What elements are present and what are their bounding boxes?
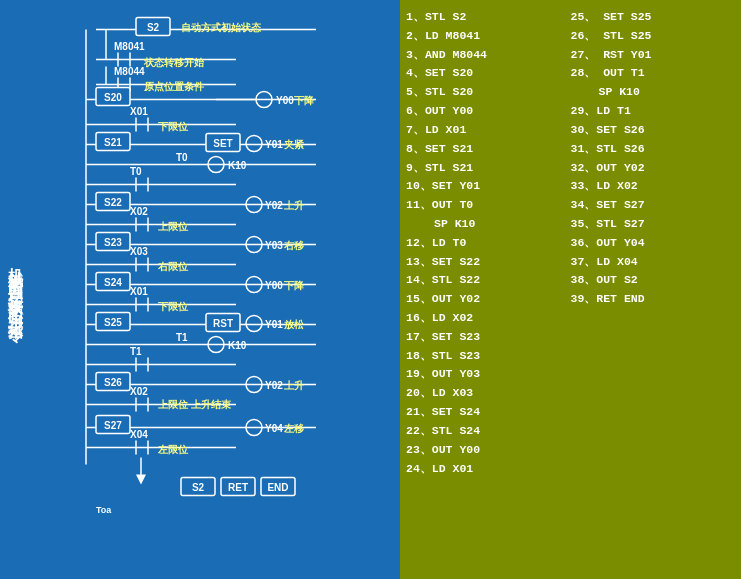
svg-text:S2: S2: [192, 482, 205, 493]
svg-text:Y00: Y00: [276, 95, 294, 106]
instr-line: 37、LD X04: [571, 253, 736, 271]
instruction-col-1: 1、STL S22、LD M80413、AND M80444、SET S205、…: [406, 8, 571, 571]
svg-text:右移: 右移: [283, 240, 304, 251]
svg-text:K10: K10: [228, 160, 247, 171]
instr-line: 36、OUT Y04: [571, 234, 736, 252]
svg-text:S22: S22: [104, 197, 122, 208]
svg-text:X01: X01: [130, 286, 148, 297]
svg-text:原点位置条件: 原点位置条件: [143, 81, 205, 92]
instr-line: 39、RET END: [571, 290, 736, 308]
svg-text:SET: SET: [213, 138, 232, 149]
svg-text:右限位: 右限位: [157, 261, 189, 272]
instr-line: 14、STL S22: [406, 271, 571, 289]
svg-text:Toa: Toa: [96, 505, 112, 515]
instr-line: 4、SET S20: [406, 64, 571, 82]
svg-text:X02: X02: [130, 206, 148, 217]
svg-text:下降: 下降: [284, 280, 305, 291]
svg-text:S25: S25: [104, 317, 122, 328]
svg-text:X02: X02: [130, 386, 148, 397]
instr-line: 18、STL S23: [406, 347, 571, 365]
instr-line: 29、LD T1: [571, 102, 736, 120]
instr-line: 13、SET S22: [406, 253, 571, 271]
svg-text:Y02: Y02: [265, 200, 283, 211]
svg-text:END: END: [267, 482, 288, 493]
svg-text:上限位 上升结束: 上限位 上升结束: [158, 399, 232, 410]
instr-line: 27、 RST Y01: [571, 46, 736, 64]
svg-marker-117: [136, 475, 146, 485]
svg-text:RET: RET: [228, 482, 248, 493]
svg-text:T0: T0: [130, 166, 142, 177]
svg-text:Y04: Y04: [265, 423, 283, 434]
instr-line: 22、STL S24: [406, 422, 571, 440]
svg-text:下降: 下降: [294, 95, 315, 106]
instr-line: 34、SET S27: [571, 196, 736, 214]
instr-line: 16、LD X02: [406, 309, 571, 327]
svg-text:Y01: Y01: [265, 139, 283, 150]
instr-line: 23、OUT Y00: [406, 441, 571, 459]
ladder-area: text { fill: white; font-family: "SimHei…: [32, 0, 400, 579]
instr-line: 8、SET S21: [406, 140, 571, 158]
svg-text:上限位: 上限位: [158, 221, 189, 232]
instr-line: 3、AND M8044: [406, 46, 571, 64]
svg-text:S21: S21: [104, 137, 122, 148]
svg-text:T0: T0: [176, 152, 188, 163]
svg-text:放松: 放松: [283, 319, 305, 330]
svg-text:下限位: 下限位: [158, 301, 189, 312]
svg-text:S26: S26: [104, 377, 122, 388]
svg-text:左移: 左移: [283, 423, 304, 434]
instr-line: 21、SET S24: [406, 403, 571, 421]
instr-line: 31、STL S26: [571, 140, 736, 158]
instr-line: 30、SET S26: [571, 121, 736, 139]
right-panel: 1、STL S22、LD M80413、AND M80444、SET S205、…: [400, 0, 741, 579]
instr-line: 32、OUT Y02: [571, 159, 736, 177]
instr-line: 17、SET S23: [406, 328, 571, 346]
svg-text:下限位: 下限位: [158, 121, 189, 132]
svg-text:S2: S2: [147, 22, 160, 33]
instr-line: 15、OUT Y02: [406, 290, 571, 308]
svg-text:上升: 上升: [284, 380, 305, 391]
svg-text:X01: X01: [130, 106, 148, 117]
svg-text:M8041: M8041: [114, 41, 145, 52]
instr-line: 6、OUT Y00: [406, 102, 571, 120]
instr-line: 19、OUT Y03: [406, 365, 571, 383]
svg-text:S24: S24: [104, 277, 122, 288]
svg-text:K10: K10: [228, 340, 247, 351]
svg-text:M8044: M8044: [114, 66, 145, 77]
instr-line: SP K10: [406, 215, 571, 233]
svg-text:X04: X04: [130, 429, 148, 440]
instr-line: 12、LD T0: [406, 234, 571, 252]
instr-line: 1、STL S2: [406, 8, 571, 26]
svg-text:Y00: Y00: [265, 280, 283, 291]
svg-text:状态转移开始: 状态转移开始: [143, 57, 205, 68]
svg-point-82: [246, 316, 262, 332]
instr-line: 28、 OUT T1: [571, 64, 736, 82]
svg-text:RST: RST: [213, 318, 233, 329]
instr-line: 5、STL S20: [406, 83, 571, 101]
svg-text:自动方式初始状态: 自动方式初始状态: [181, 22, 262, 33]
instr-line: 24、LD X01: [406, 460, 571, 478]
svg-text:Y03: Y03: [265, 240, 283, 251]
svg-text:S23: S23: [104, 237, 122, 248]
svg-text:S20: S20: [104, 92, 122, 103]
instr-line: 9、STL S21: [406, 159, 571, 177]
instruction-col-2: 25、 SET S2526、 STL S2527、 RST Y0128、 OUT…: [571, 8, 736, 571]
instruction-columns: 1、STL S22、LD M80413、AND M80444、SET S205、…: [406, 8, 735, 571]
instr-line: 2、LD M8041: [406, 27, 571, 45]
svg-text:T1: T1: [176, 332, 188, 343]
svg-text:S27: S27: [104, 420, 122, 431]
instr-line: SP K10: [571, 83, 736, 101]
svg-text:夹紧: 夹紧: [283, 139, 305, 150]
ladder-diagram: text { fill: white; font-family: "SimHei…: [36, 8, 396, 571]
svg-text:Y02: Y02: [265, 380, 283, 391]
vertical-title: 机械手的自动运行状态图（步进指令）: [0, 0, 32, 579]
instr-line: 11、OUT T0: [406, 196, 571, 214]
instr-line: 10、SET Y01: [406, 177, 571, 195]
instr-line: 35、STL S27: [571, 215, 736, 233]
instr-line: 20、LD X03: [406, 384, 571, 402]
instr-line: 26、 STL S25: [571, 27, 736, 45]
svg-text:上升: 上升: [284, 200, 305, 211]
left-panel: 机械手的自动运行状态图（步进指令） text { fill: white; fo…: [0, 0, 400, 579]
svg-text:Y01: Y01: [265, 319, 283, 330]
instr-line: 7、LD X01: [406, 121, 571, 139]
svg-text:X03: X03: [130, 246, 148, 257]
